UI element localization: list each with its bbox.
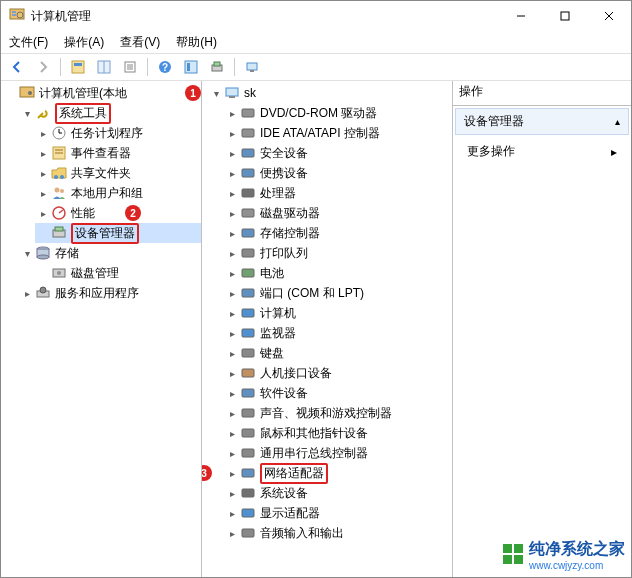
device-category[interactable]: ▸磁盘驱动器 — [224, 203, 452, 223]
twisty-collapsed-icon[interactable]: ▸ — [37, 187, 49, 199]
tree-root-computer-mgmt[interactable]: ▾ 计算机管理(本地 1 — [3, 83, 201, 103]
export-button[interactable] — [118, 55, 142, 79]
device-category[interactable]: ▸显示适配器 — [224, 503, 452, 523]
svg-rect-19 — [187, 63, 190, 71]
device-category[interactable]: ▸端口 (COM 和 LPT) — [224, 283, 452, 303]
twisty-collapsed-icon[interactable]: ▸ — [226, 487, 238, 499]
window-buttons — [499, 1, 631, 31]
twisty-collapsed-icon[interactable]: ▸ — [226, 187, 238, 199]
tree-label: 系统工具 — [55, 103, 111, 124]
twisty-collapsed-icon[interactable]: ▸ — [226, 267, 238, 279]
menu-file[interactable]: 文件(F) — [9, 34, 48, 51]
actions-section[interactable]: 设备管理器 ▴ — [455, 108, 629, 135]
twisty-collapsed-icon[interactable]: ▸ — [226, 207, 238, 219]
menu-help[interactable]: 帮助(H) — [176, 34, 217, 51]
device-category-icon — [240, 265, 256, 281]
show-hide-tree-button[interactable] — [66, 55, 90, 79]
twisty-expanded-icon[interactable]: ▾ — [21, 107, 33, 119]
device-category[interactable]: ▸IDE ATA/ATAPI 控制器 — [224, 123, 452, 143]
tree-system-tools[interactable]: ▾ 系统工具 — [19, 103, 201, 123]
device-category[interactable]: ▸处理器 — [224, 183, 452, 203]
back-button[interactable] — [5, 55, 29, 79]
tree-label: 本地用户和组 — [71, 185, 143, 202]
twisty-collapsed-icon[interactable]: ▸ — [226, 407, 238, 419]
twisty-collapsed-icon[interactable]: ▸ — [37, 207, 49, 219]
tree-performance[interactable]: ▸ 性能 2 — [35, 203, 201, 223]
twisty-collapsed-icon[interactable]: ▸ — [226, 467, 238, 479]
tree-event-viewer[interactable]: ▸ 事件查看器 — [35, 143, 201, 163]
twisty-collapsed-icon[interactable]: ▸ — [226, 147, 238, 159]
tree-local-users[interactable]: ▸ 本地用户和组 — [35, 183, 201, 203]
svg-rect-69 — [242, 509, 254, 517]
twisty-collapsed-icon[interactable]: ▸ — [226, 367, 238, 379]
tree-services-apps[interactable]: ▸ 服务和应用程序 — [19, 283, 201, 303]
tree-disk-mgmt[interactable]: ▸ 磁盘管理 — [35, 263, 201, 283]
device-category[interactable]: ▸人机接口设备 — [224, 363, 452, 383]
device-category[interactable]: ▸声音、视频和游戏控制器 — [224, 403, 452, 423]
twisty-collapsed-icon[interactable]: ▸ — [226, 527, 238, 539]
close-button[interactable] — [587, 1, 631, 31]
twisty-collapsed-icon[interactable]: ▸ — [226, 307, 238, 319]
device-category-label: 人机接口设备 — [260, 365, 332, 382]
device-category[interactable]: 3▸网络适配器 — [224, 463, 452, 483]
properties-button[interactable] — [92, 55, 116, 79]
svg-rect-58 — [242, 289, 254, 297]
svg-rect-71 — [503, 544, 512, 553]
twisty-collapsed-icon[interactable]: ▸ — [226, 107, 238, 119]
device-root[interactable]: ▾ sk — [208, 83, 452, 103]
actions-pane: 操作 设备管理器 ▴ 更多操作 ▸ — [453, 81, 631, 577]
device-category-label: 系统设备 — [260, 485, 308, 502]
svg-rect-39 — [55, 227, 63, 231]
twisty-collapsed-icon[interactable]: ▸ — [226, 387, 238, 399]
minimize-button[interactable] — [499, 1, 543, 31]
device-category[interactable]: ▸打印队列 — [224, 243, 452, 263]
twisty-collapsed-icon[interactable]: ▸ — [37, 167, 49, 179]
tree-shared-folders[interactable]: ▸ 共享文件夹 — [35, 163, 201, 183]
twisty-expanded-icon[interactable]: ▾ — [21, 247, 33, 259]
maximize-button[interactable] — [543, 1, 587, 31]
actions-more[interactable]: 更多操作 ▸ — [453, 137, 631, 166]
device-category[interactable]: ▸监视器 — [224, 323, 452, 343]
device-button[interactable] — [240, 55, 264, 79]
tree-storage[interactable]: ▾ 存储 — [19, 243, 201, 263]
menu-action[interactable]: 操作(A) — [64, 34, 104, 51]
svg-rect-67 — [242, 469, 254, 477]
twisty-collapsed-icon[interactable]: ▸ — [226, 427, 238, 439]
twisty-collapsed-icon[interactable]: ▸ — [21, 287, 33, 299]
device-category[interactable]: ▸软件设备 — [224, 383, 452, 403]
twisty-collapsed-icon[interactable]: ▸ — [226, 227, 238, 239]
twisty-collapsed-icon[interactable]: ▸ — [37, 147, 49, 159]
device-category[interactable]: ▸存储控制器 — [224, 223, 452, 243]
twisty-collapsed-icon[interactable]: ▸ — [226, 127, 238, 139]
twisty-collapsed-icon[interactable]: ▸ — [226, 327, 238, 339]
twisty-collapsed-icon[interactable]: ▸ — [226, 247, 238, 259]
twisty-collapsed-icon[interactable]: ▸ — [226, 167, 238, 179]
forward-button[interactable] — [31, 55, 55, 79]
refresh-button[interactable] — [179, 55, 203, 79]
twisty-collapsed-icon[interactable]: ▸ — [226, 507, 238, 519]
device-category[interactable]: ▸安全设备 — [224, 143, 452, 163]
device-category[interactable]: ▸键盘 — [224, 343, 452, 363]
device-category[interactable]: ▸便携设备 — [224, 163, 452, 183]
twisty-collapsed-icon[interactable]: ▸ — [226, 447, 238, 459]
menu-view[interactable]: 查看(V) — [120, 34, 160, 51]
svg-rect-72 — [514, 544, 523, 553]
device-category[interactable]: ▸计算机 — [224, 303, 452, 323]
device-category[interactable]: ▸DVD/CD-ROM 驱动器 — [224, 103, 452, 123]
device-category[interactable]: ▸电池 — [224, 263, 452, 283]
users-icon — [51, 185, 67, 201]
device-category[interactable]: ▸系统设备 — [224, 483, 452, 503]
twisty-collapsed-icon[interactable]: ▸ — [226, 347, 238, 359]
tree-device-manager[interactable]: ▸ 设备管理器 — [35, 223, 201, 243]
help-button[interactable]: ? — [153, 55, 177, 79]
svg-text:?: ? — [162, 62, 168, 73]
computer-icon — [224, 85, 240, 101]
device-category[interactable]: ▸音频输入和输出 — [224, 523, 452, 543]
device-category[interactable]: ▸鼠标和其他指针设备 — [224, 423, 452, 443]
twisty-collapsed-icon[interactable]: ▸ — [37, 127, 49, 139]
twisty-collapsed-icon[interactable]: ▸ — [226, 287, 238, 299]
twisty-expanded-icon[interactable]: ▾ — [210, 87, 222, 99]
device-category[interactable]: ▸通用串行总线控制器 — [224, 443, 452, 463]
scan-hardware-button[interactable] — [205, 55, 229, 79]
tree-task-scheduler[interactable]: ▸ 任务计划程序 — [35, 123, 201, 143]
